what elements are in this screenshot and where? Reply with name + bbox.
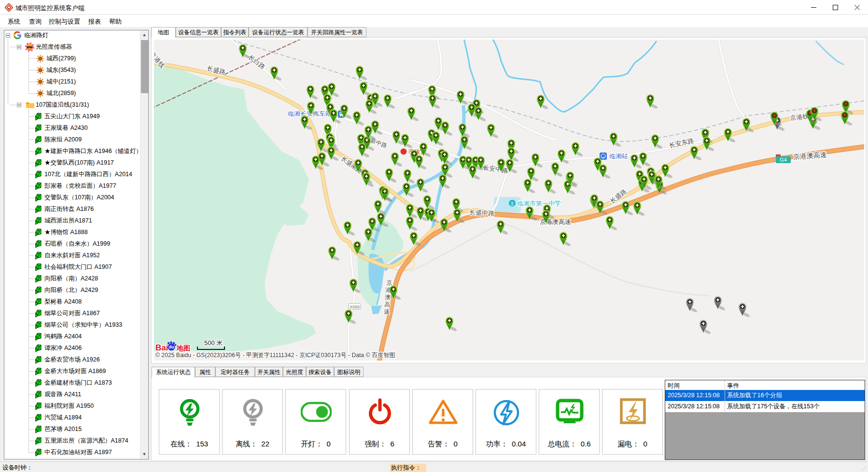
svg-text:G4: G4 (780, 157, 787, 163)
svg-text:地图: 地图 (176, 344, 190, 352)
svg-text:临湘站: 临湘站 (609, 153, 628, 160)
svg-text:© 2025 Baidu - GS(2023)3206号 -: © 2025 Baidu - GS(2023)3206号 - 甲测资字11111… (155, 352, 395, 359)
svg-text:澳: 澳 (385, 294, 391, 301)
svg-text:速: 速 (384, 308, 390, 315)
svg-text:文: 文 (510, 201, 515, 206)
svg-text:X089: X089 (350, 305, 360, 309)
svg-text:Bai: Bai (155, 343, 168, 352)
svg-text:长盛中路: 长盛中路 (469, 208, 495, 217)
svg-text:高: 高 (384, 301, 391, 308)
svg-text:du: du (169, 345, 174, 349)
svg-text:临湘市第一中学: 临湘市第一中学 (517, 200, 561, 207)
svg-text:500 米: 500 米 (204, 339, 223, 347)
svg-text:京: 京 (386, 279, 392, 286)
